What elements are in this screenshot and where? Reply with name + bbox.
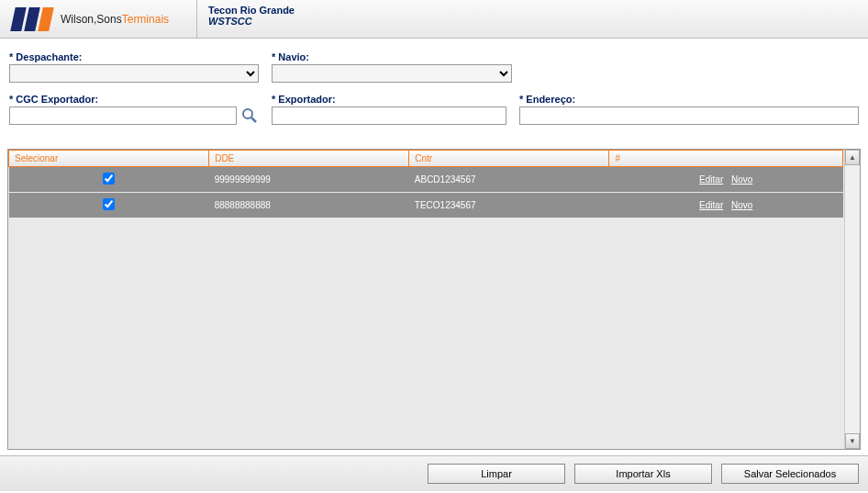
despachante-label: * Despachante:: [9, 51, 259, 62]
table-row: 88888888888 TECO1234567 Editar Novo: [9, 193, 843, 218]
col-hash[interactable]: #: [609, 151, 843, 167]
row-checkbox[interactable]: [103, 198, 115, 210]
data-grid: Selecionar DDE Cntr # 99999999999 ABCD12…: [7, 149, 861, 450]
cell-dde: 99999999999: [209, 167, 409, 193]
importar-button[interactable]: Importar Xls: [574, 464, 712, 484]
form-area: * Despachante: * Navio: * CGC Exportador…: [0, 39, 868, 145]
cell-cntr: TECO1234567: [409, 193, 609, 218]
svg-line-1: [251, 118, 256, 122]
page-subtitle: WSTSCC: [208, 16, 295, 27]
limpar-button[interactable]: Limpar: [428, 464, 565, 484]
scroll-down-icon[interactable]: ▼: [845, 433, 860, 449]
page-title: Tecon Rio Grande: [208, 5, 295, 16]
endereco-input[interactable]: [519, 106, 859, 125]
col-dde[interactable]: DDE: [209, 151, 409, 167]
col-cntr[interactable]: Cntr: [409, 151, 609, 167]
brand-secondary: Terminais: [122, 13, 169, 26]
footer-toolbar: Limpar Importar Xls Salvar Selecionados: [0, 455, 868, 491]
row-checkbox[interactable]: [103, 173, 115, 185]
novo-link[interactable]: Novo: [731, 174, 752, 185]
col-selecionar[interactable]: Selecionar: [9, 151, 209, 167]
logo-icon: [10, 7, 54, 31]
edit-link[interactable]: Editar: [699, 174, 723, 185]
endereco-label: * Endereço:: [519, 94, 859, 105]
edit-link[interactable]: Editar: [699, 200, 723, 210]
novo-link[interactable]: Novo: [731, 200, 752, 210]
svg-point-0: [243, 109, 252, 118]
search-icon[interactable]: [240, 106, 259, 125]
app-header: Wilson,SonsTerminais Tecon Rio Grande WS…: [0, 0, 868, 39]
navio-label: * Navio:: [272, 51, 512, 62]
brand-primary: Wilson,Sons: [61, 13, 122, 26]
brand-text: Wilson,SonsTerminais: [61, 13, 169, 26]
cell-cntr: ABCD1234567: [409, 167, 609, 193]
vertical-scrollbar[interactable]: ▲ ▼: [844, 150, 860, 449]
salvar-button[interactable]: Salvar Selecionados: [721, 464, 859, 484]
table-row: 99999999999 ABCD1234567 Editar Novo: [9, 167, 843, 193]
navio-select[interactable]: [272, 64, 512, 83]
logo-area: Wilson,SonsTerminais: [0, 0, 197, 38]
exportador-input[interactable]: [272, 106, 506, 125]
despachante-select[interactable]: [9, 64, 259, 83]
scroll-up-icon[interactable]: ▲: [845, 150, 860, 165]
cell-dde: 88888888888: [209, 193, 409, 218]
title-area: Tecon Rio Grande WSTSCC: [197, 0, 306, 38]
cgc-input[interactable]: [9, 106, 237, 125]
exportador-label: * Exportador:: [272, 94, 506, 105]
cgc-label: * CGC Exportador:: [9, 94, 259, 105]
